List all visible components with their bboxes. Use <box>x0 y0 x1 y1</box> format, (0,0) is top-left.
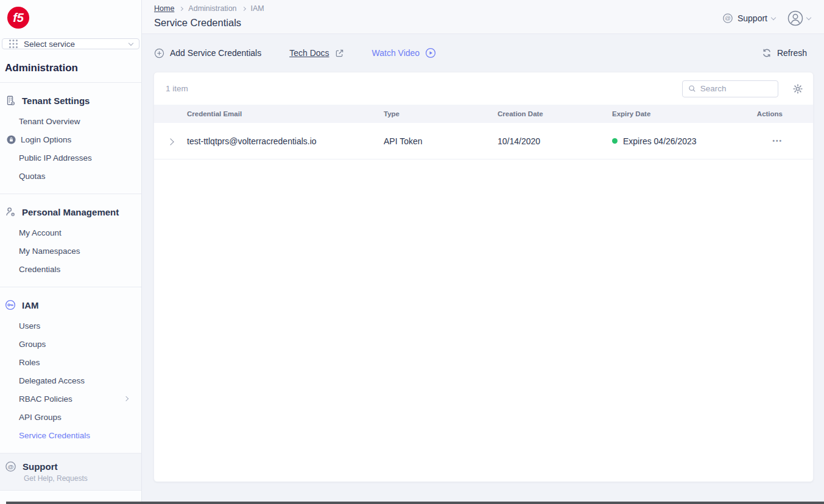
chevron-down-icon <box>129 40 133 45</box>
add-service-credentials-button[interactable]: Add Service Credentials <box>154 48 261 58</box>
sidebar-item-label: RBAC Policies <box>19 394 72 404</box>
table-header-row: Credential Email Type Creation Date Expi… <box>154 105 813 123</box>
table-settings-button[interactable] <box>792 83 803 94</box>
column-header-expiry-date[interactable]: Expiry Date <box>612 110 722 117</box>
support-at-icon: @ <box>722 13 733 24</box>
breadcrumb-administration: Administration <box>188 4 236 13</box>
sidebar-section-personal-management: Personal Management My Account My Namesp… <box>0 194 141 287</box>
play-circle-icon <box>425 47 436 58</box>
tech-docs-link[interactable]: Tech Docs <box>289 48 343 58</box>
toolbar: Add Service Credentials Tech Docs Watch … <box>142 34 824 72</box>
key-circle-icon <box>5 299 16 310</box>
f5-logo-icon: f5 <box>7 6 30 29</box>
sidebar-item-label: Quotas <box>19 172 46 181</box>
cell-expiry-date: Expires 04/26/2023 <box>612 136 722 146</box>
breadcrumb-home-link[interactable]: Home <box>154 4 174 13</box>
sidebar-item-service-credentials[interactable]: Service Credentials <box>5 426 141 444</box>
sidebar: f5 Select service Administration <box>0 0 142 504</box>
row-actions-button[interactable]: ••• <box>722 138 783 144</box>
chevron-right-icon <box>124 396 129 401</box>
chevron-down-icon <box>771 15 776 19</box>
section-title: Personal Management <box>22 207 119 217</box>
card-header: 1 item <box>154 72 813 105</box>
sidebar-item-credentials[interactable]: Credentials <box>5 260 141 278</box>
sidebar-item-my-account[interactable]: My Account <box>5 223 141 242</box>
f5-logo[interactable]: f5 <box>0 0 141 30</box>
watch-video-link[interactable]: Watch Video <box>372 47 437 58</box>
cell-credential-email: test-ttlqtprs@volterracredentials.io <box>187 136 384 146</box>
sidebar-item-tenant-overview[interactable]: Tenant Overview <box>5 112 141 130</box>
breadcrumb: Home Administration IAM <box>154 4 264 13</box>
svg-text:@: @ <box>725 15 731 21</box>
sidebar-item-label: Login Options <box>21 135 71 144</box>
support-menu[interactable]: @ Support <box>722 13 775 24</box>
item-count: 1 item <box>166 84 188 93</box>
refresh-button[interactable]: Refresh <box>762 48 807 58</box>
sidebar-item-my-namespaces[interactable]: My Namespaces <box>5 242 141 260</box>
service-selector-label: Select service <box>24 40 124 49</box>
sidebar-item-login-options[interactable]: Login Options <box>5 130 141 149</box>
search-icon <box>688 84 696 93</box>
refresh-label: Refresh <box>777 48 807 58</box>
sidebar-heading: Administration <box>5 62 141 74</box>
svg-text:f5: f5 <box>13 11 24 24</box>
column-header-actions: Actions <box>722 110 783 117</box>
lock-badge-icon <box>7 135 16 144</box>
column-header-credential-email[interactable]: Credential Email <box>187 110 384 117</box>
sidebar-item-label: Users <box>19 321 40 331</box>
sidebar-item-label: Roles <box>19 358 40 367</box>
sidebar-item-label: Credentials <box>19 265 60 274</box>
sidebar-item-public-ip-addresses[interactable]: Public IP Addresses <box>5 149 141 167</box>
avatar <box>787 10 803 26</box>
breadcrumb-separator-icon <box>242 6 246 10</box>
sidebar-item-label: API Groups <box>19 413 62 422</box>
sidebar-section-personal-management-header[interactable]: Personal Management <box>5 202 141 221</box>
sidebar-item-quotas[interactable]: Quotas <box>5 167 141 185</box>
support-at-icon: @ <box>5 461 16 472</box>
breadcrumb-iam: IAM <box>251 4 264 13</box>
plus-circle-icon <box>154 48 164 58</box>
support-subtitle: Get Help, Requests <box>24 474 141 483</box>
status-dot <box>612 138 618 144</box>
gear-icon <box>792 83 803 94</box>
row-expand-button[interactable] <box>166 134 175 149</box>
page-title: Service Credentials <box>154 17 264 29</box>
column-header-type[interactable]: Type <box>384 110 498 117</box>
search-box <box>682 80 778 97</box>
search-input[interactable] <box>700 84 772 93</box>
app-root: f5 Select service Administration <box>0 0 824 504</box>
sidebar-item-label: Delegated Access <box>19 376 85 385</box>
sidebar-item-label: Tenant Overview <box>19 117 80 126</box>
sidebar-section-tenant-settings-header[interactable]: Tenant Settings <box>5 91 141 110</box>
sidebar-item-label: Service Credentials <box>19 431 90 440</box>
user-menu[interactable] <box>787 10 811 26</box>
sidebar-item-groups[interactable]: Groups <box>5 335 141 353</box>
sidebar-item-rbac-policies[interactable]: RBAC Policies <box>5 390 141 408</box>
topbar: Home Administration IAM Service Credenti… <box>142 0 824 34</box>
person-gear-icon <box>5 206 16 217</box>
sidebar-section-iam-header[interactable]: IAM <box>5 295 141 314</box>
service-selector[interactable]: Select service <box>2 38 139 49</box>
sidebar-item-users[interactable]: Users <box>5 317 141 335</box>
refresh-icon <box>762 48 772 58</box>
tech-docs-label: Tech Docs <box>289 48 329 58</box>
service-credentials-card: 1 item <box>153 72 814 482</box>
support-menu-label: Support <box>738 13 767 23</box>
add-service-credentials-label: Add Service Credentials <box>170 48 261 58</box>
expiry-label: Expires 04/26/2023 <box>623 136 697 146</box>
horizontal-scrollbar[interactable] <box>6 502 824 504</box>
sidebar-item-label: My Account <box>19 228 62 237</box>
building-gear-icon <box>5 95 16 106</box>
sidebar-item-roles[interactable]: Roles <box>5 353 141 371</box>
sidebar-item-api-groups[interactable]: API Groups <box>5 408 141 426</box>
apps-grid-icon <box>9 39 18 49</box>
sidebar-item-support[interactable]: @ Support Get Help, Requests <box>0 453 141 491</box>
column-header-creation-date[interactable]: Creation Date <box>498 110 612 117</box>
sidebar-item-label: Groups <box>19 340 46 349</box>
table-row: test-ttlqtprs@volterracredentials.io API… <box>154 123 813 159</box>
sidebar-item-label: Public IP Addresses <box>19 153 92 163</box>
chevron-right-icon <box>167 138 174 145</box>
sidebar-item-delegated-access[interactable]: Delegated Access <box>5 371 141 390</box>
cell-type: API Token <box>384 136 498 146</box>
support-title: Support <box>23 461 58 472</box>
